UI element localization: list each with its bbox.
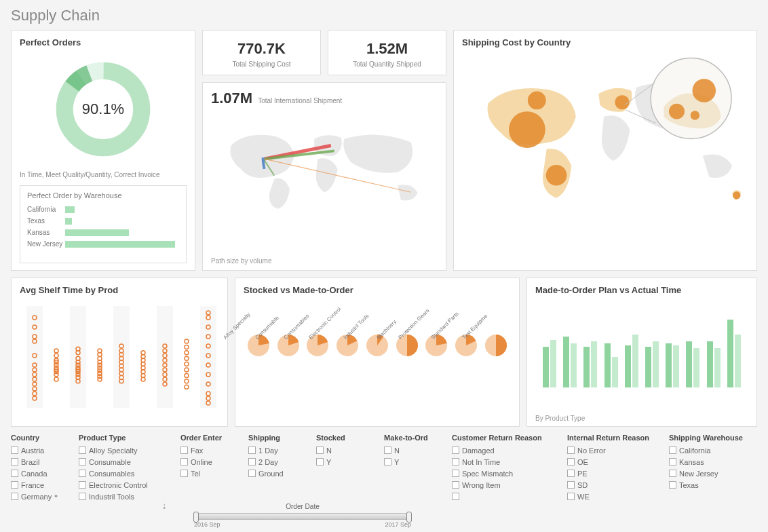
filter-option[interactable]: Y — [316, 456, 370, 468]
bar-pair[interactable] — [727, 320, 741, 387]
bar-pair[interactable] — [583, 341, 597, 387]
filter-option[interactable]: Consumables — [79, 468, 167, 479]
filter-option[interactable]: Canada — [11, 468, 65, 479]
checkbox-icon[interactable] — [316, 446, 324, 454]
slider-handle-start[interactable] — [193, 512, 199, 522]
filter-option[interactable]: California — [669, 444, 757, 456]
stocked-pie-item[interactable]: Test Equipme — [482, 301, 510, 356]
checkbox-icon[interactable] — [79, 446, 86, 454]
checkbox-icon[interactable] — [79, 481, 86, 489]
bar-pair[interactable] — [604, 343, 618, 387]
checkbox-icon[interactable] — [11, 493, 18, 500]
checkbox-icon[interactable] — [79, 493, 86, 500]
warehouse-row[interactable]: New Jersey — [27, 238, 179, 250]
filter-option[interactable]: Electronic Control — [79, 479, 167, 491]
checkbox-icon[interactable] — [248, 458, 256, 466]
checkbox-icon[interactable] — [384, 458, 391, 466]
warehouse-row[interactable]: Texas — [27, 215, 179, 227]
perfect-orders-donut[interactable]: 90.1% — [20, 52, 187, 167]
checkbox-icon[interactable] — [79, 458, 86, 466]
filter-option[interactable]: PE — [567, 468, 655, 479]
warehouse-row[interactable]: Kansas — [27, 227, 179, 238]
scroll-down-icon[interactable]: ⇣ — [161, 503, 167, 510]
bar-pair[interactable] — [666, 343, 679, 387]
checkbox-icon[interactable] — [11, 458, 18, 466]
checkbox-icon[interactable] — [11, 470, 18, 477]
checkbox-icon[interactable] — [248, 446, 256, 454]
checkbox-icon[interactable] — [669, 446, 676, 454]
filter-option[interactable]: Austria — [11, 444, 65, 456]
filter-option[interactable]: Not In Time — [452, 456, 554, 468]
filter-option-label: Wrong Item — [462, 481, 501, 489]
checkbox-icon[interactable] — [180, 470, 188, 477]
checkbox-icon[interactable] — [316, 458, 324, 466]
filter-option[interactable]: Consumable — [79, 456, 167, 468]
svg-rect-98 — [200, 306, 216, 408]
filter-option[interactable]: Spec Mismatch — [452, 468, 554, 479]
checkbox-icon[interactable] — [452, 481, 459, 489]
filter-option[interactable]: Brazil — [11, 456, 65, 468]
order-date-slider[interactable]: Order Date 2016 Sep2017 Sep — [194, 503, 411, 528]
filter-option[interactable]: France — [11, 479, 65, 491]
filter-option-label: PE — [577, 470, 588, 478]
checkbox-icon[interactable] — [567, 481, 575, 489]
filter-option[interactable]: Industril Tools — [79, 491, 167, 502]
filter-option[interactable]: Wrong Item — [452, 479, 554, 491]
checkbox-icon[interactable] — [669, 481, 676, 489]
checkbox-icon[interactable] — [452, 446, 459, 454]
checkbox-icon[interactable] — [567, 470, 575, 477]
avg-shelf-time-scatter[interactable] — [20, 299, 223, 415]
checkbox-icon[interactable] — [669, 458, 676, 466]
filter-option[interactable]: No Error — [567, 444, 655, 456]
filter-option[interactable]: New Jersey — [669, 468, 757, 479]
filter-option[interactable]: N — [384, 444, 438, 456]
filter-option[interactable]: Ground — [248, 468, 303, 479]
checkbox-icon[interactable] — [79, 470, 86, 477]
filter-option[interactable]: 1 Day — [248, 444, 303, 456]
filter-option[interactable]: Germany⌖ — [11, 491, 65, 502]
filter-option[interactable]: Y — [384, 456, 438, 468]
stocked-pies[interactable]: Alloy Specialty Consumable Consumables E… — [244, 301, 511, 356]
filter-option-label: Electronic Control — [89, 481, 148, 489]
filter-option[interactable]: Tel — [180, 468, 235, 479]
filter-option[interactable] — [452, 491, 554, 502]
mto-bars[interactable] — [535, 299, 748, 387]
filter-option[interactable]: 2 Day — [248, 456, 303, 468]
filter-option[interactable]: WE — [567, 491, 655, 502]
intl-shipment-map[interactable] — [211, 111, 438, 220]
bar-pair[interactable] — [563, 337, 577, 387]
filter-option[interactable]: Kansas — [669, 456, 757, 468]
filter-option[interactable]: Alloy Specialty — [79, 444, 167, 456]
filter-option[interactable]: Damaged — [452, 444, 554, 456]
checkbox-icon[interactable] — [180, 458, 188, 466]
bar-pair[interactable] — [543, 340, 556, 387]
checkbox-icon[interactable] — [11, 481, 18, 489]
filter-option[interactable]: OE — [567, 456, 655, 468]
world-map[interactable] — [462, 52, 748, 255]
slider-track[interactable] — [194, 513, 411, 520]
checkbox-icon[interactable] — [452, 493, 459, 500]
checkbox-icon[interactable] — [452, 458, 459, 466]
checkbox-icon[interactable] — [567, 458, 575, 466]
filter-option[interactable]: N — [316, 444, 370, 456]
warehouse-row[interactable]: California — [27, 204, 179, 215]
kpi-quantity-shipped[interactable]: 1.52M Total Quantity Shipped — [328, 30, 446, 75]
filter-option[interactable]: Texas — [669, 479, 757, 491]
bar-pair[interactable] — [625, 335, 638, 387]
kpi-shipping-cost[interactable]: 770.7K Total Shipping Cost — [202, 30, 321, 75]
bar-pair[interactable] — [707, 341, 721, 387]
bar-pair[interactable] — [686, 341, 699, 387]
checkbox-icon[interactable] — [567, 446, 575, 454]
checkbox-icon[interactable] — [180, 446, 188, 454]
slider-handle-end[interactable] — [406, 512, 412, 522]
bar-pair[interactable] — [645, 341, 659, 387]
checkbox-icon[interactable] — [11, 446, 18, 454]
filter-option[interactable]: Fax — [180, 444, 235, 456]
checkbox-icon[interactable] — [248, 470, 256, 477]
checkbox-icon[interactable] — [452, 470, 459, 477]
checkbox-icon[interactable] — [384, 446, 391, 454]
filter-option[interactable]: SD — [567, 479, 655, 491]
checkbox-icon[interactable] — [669, 470, 676, 477]
checkbox-icon[interactable] — [567, 493, 575, 500]
filter-option[interactable]: Online — [180, 456, 235, 468]
